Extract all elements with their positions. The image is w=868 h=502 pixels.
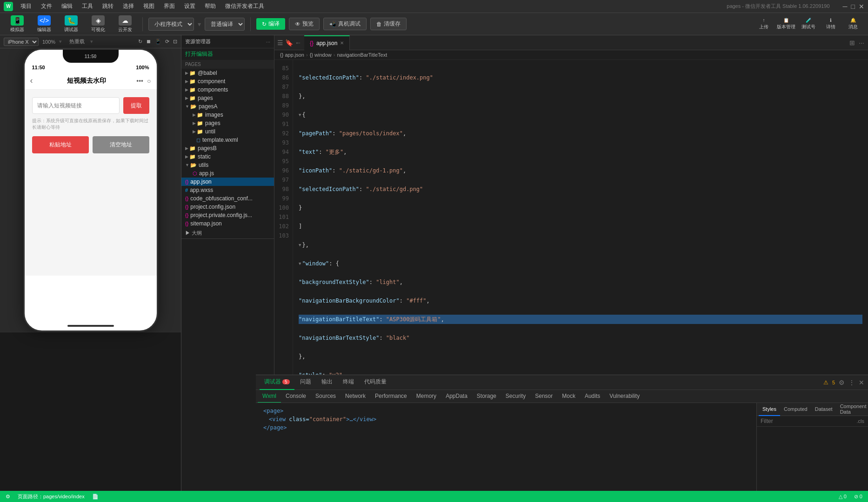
outline-btn[interactable]: ▶ 大纲 bbox=[181, 228, 274, 239]
sim-stop-icon[interactable]: ⏹ bbox=[146, 39, 151, 45]
right-tab-dataset[interactable]: Dataset bbox=[811, 403, 836, 416]
tab-bookmark-icon[interactable]: 🔖 bbox=[285, 39, 293, 46]
editor-btn[interactable]: </> 编辑器 bbox=[33, 13, 56, 35]
devtools-tab-issues[interactable]: 问题 bbox=[295, 375, 316, 390]
mode-select[interactable]: 小程序模式 bbox=[148, 18, 194, 31]
simulator-btn[interactable]: 📱 模拟器 bbox=[6, 13, 29, 35]
real-debug-btn[interactable]: 📲 真机调试 bbox=[323, 18, 367, 30]
compile-btn[interactable]: ↻ 编译 bbox=[256, 18, 285, 30]
tree-folder-pages[interactable]: ▶ 📁 pages bbox=[181, 94, 274, 102]
menu-item-select[interactable]: 选择 bbox=[121, 2, 136, 10]
menu-item-goto[interactable]: 跳转 bbox=[100, 2, 115, 10]
menu-item-file[interactable]: 文件 bbox=[39, 2, 54, 10]
split-icon[interactable]: ⊞ bbox=[849, 39, 855, 46]
paste-btn[interactable]: 粘贴地址 bbox=[32, 136, 89, 153]
subtab-audits[interactable]: Audits bbox=[580, 390, 605, 403]
cloud-btn[interactable]: ☁ 云开发 bbox=[114, 13, 137, 35]
tree-folder-babel[interactable]: ▶ 📁 @babel bbox=[181, 69, 274, 77]
debugger-btn[interactable]: 🐛 调试器 bbox=[60, 13, 83, 35]
devtools-tab-quality[interactable]: 代码质量 bbox=[360, 375, 391, 390]
hotreload-chevron-icon[interactable]: ▾ bbox=[90, 39, 93, 45]
open-folder-item[interactable]: 打开编辑器 bbox=[181, 48, 274, 60]
detail-btn[interactable]: ℹ 详情 bbox=[821, 18, 840, 30]
nav-camera-icon[interactable]: ○ bbox=[147, 77, 151, 85]
nav-more-icon[interactable]: ••• bbox=[136, 77, 143, 85]
subtab-sources[interactable]: Sources bbox=[311, 390, 341, 403]
right-tab-component[interactable]: Component Data bbox=[836, 403, 868, 416]
mode-chevron-icon[interactable]: ▾ bbox=[198, 20, 201, 28]
sim-phone-icon[interactable]: 📱 bbox=[155, 39, 161, 45]
tree-file-sitemap[interactable]: {} sitemap.json bbox=[181, 219, 274, 228]
visualize-btn[interactable]: ◈ 可视化 bbox=[87, 13, 110, 35]
tree-file-template[interactable]: ◻ template.wxml bbox=[181, 136, 274, 144]
window-close[interactable]: ✕ bbox=[859, 3, 864, 10]
tree-more-icon[interactable]: ··· bbox=[266, 39, 270, 45]
window-restore[interactable]: □ bbox=[851, 3, 855, 10]
right-tab-computed[interactable]: Computed bbox=[780, 403, 811, 416]
devtools-tab-debugger[interactable]: 调试器 5 bbox=[260, 375, 294, 390]
message-btn[interactable]: 🔔 消息 bbox=[844, 18, 862, 30]
tree-folder-pages2[interactable]: ▶ 📁 pages bbox=[181, 119, 274, 127]
subtab-appdata[interactable]: AppData bbox=[441, 390, 472, 403]
right-tab-styles[interactable]: Styles bbox=[759, 403, 780, 416]
more-icon[interactable]: ··· bbox=[859, 39, 864, 46]
menu-item-interface[interactable]: 界面 bbox=[162, 2, 177, 10]
filter-input[interactable] bbox=[761, 418, 855, 424]
tree-file-appwxss[interactable]: # app.wxss bbox=[181, 186, 274, 194]
tab-menu-icon[interactable]: ☰ bbox=[277, 39, 283, 46]
menu-item-edit[interactable]: 编辑 bbox=[60, 2, 74, 10]
tab-nav-left-icon[interactable]: ← bbox=[295, 39, 301, 46]
menu-item-tools[interactable]: 工具 bbox=[80, 2, 95, 10]
menu-item-settings[interactable]: 设置 bbox=[182, 2, 197, 10]
menu-item-view[interactable]: 视图 bbox=[141, 2, 156, 10]
tree-folder-utils[interactable]: ▼ 📂 utils bbox=[181, 161, 274, 169]
fold-icon[interactable]: ▼ bbox=[299, 110, 301, 119]
sim-rotate-icon[interactable]: ⟳ bbox=[165, 39, 169, 45]
version-mgmt-btn[interactable]: 📋 版本管理 bbox=[777, 18, 795, 30]
fold-icon[interactable]: ▼ bbox=[299, 259, 301, 268]
tree-file-appjson[interactable]: {} app.json bbox=[181, 178, 274, 186]
tree-folder-static[interactable]: ▶ 📁 static bbox=[181, 152, 274, 161]
tree-folder-images[interactable]: ▶ 📁 images bbox=[181, 111, 274, 119]
subtab-console[interactable]: Console bbox=[281, 390, 311, 403]
dom-view[interactable]: <view class="container">…</view> bbox=[260, 415, 753, 423]
tree-folder-pagesB[interactable]: ▶ 📁 pagesB bbox=[181, 144, 274, 152]
subtab-storage[interactable]: Storage bbox=[472, 390, 501, 403]
sim-expand-icon[interactable]: ⊡ bbox=[173, 39, 177, 45]
test-btn[interactable]: 🧪 测试号 bbox=[799, 18, 818, 30]
device-select[interactable]: iPhone X bbox=[4, 38, 39, 46]
tree-file-projectconfig[interactable]: {} project.config.json bbox=[181, 203, 274, 211]
tab-close-icon[interactable]: ✕ bbox=[340, 40, 344, 46]
video-url-input[interactable] bbox=[32, 97, 120, 114]
tree-file-obfuscation[interactable]: {} code_obfuscation_conf... bbox=[181, 194, 274, 203]
menu-item-project[interactable]: 项目 bbox=[19, 2, 33, 10]
subtab-wxml[interactable]: Wxml bbox=[258, 390, 281, 403]
tree-folder-components[interactable]: ▶ 📁 components bbox=[181, 86, 274, 94]
tab-appjson[interactable]: {} app.json ✕ bbox=[304, 35, 350, 50]
subtab-security[interactable]: Security bbox=[501, 390, 530, 403]
settings-icon[interactable]: ⚙ bbox=[839, 379, 845, 386]
window-minimize[interactable]: ─ bbox=[843, 3, 848, 10]
compile-select[interactable]: 普通编译 bbox=[205, 18, 245, 31]
devtools-tab-output[interactable]: 输出 bbox=[317, 375, 337, 390]
dom-page-close[interactable]: </page> bbox=[260, 423, 753, 432]
subtab-memory[interactable]: Memory bbox=[412, 390, 441, 403]
devtools-tab-terminal[interactable]: 终端 bbox=[338, 375, 359, 390]
clear-btn[interactable]: 清空地址 bbox=[93, 136, 149, 153]
submit-btn[interactable]: 提取 bbox=[123, 97, 149, 114]
dom-page[interactable]: <page> bbox=[260, 407, 753, 415]
upload-btn[interactable]: ↑ 上传 bbox=[754, 18, 773, 30]
tree-folder-pagesA[interactable]: ▼ 📂 pagesA bbox=[181, 102, 274, 111]
scale-chevron-icon[interactable]: ▾ bbox=[59, 39, 62, 45]
page-icon[interactable]: 📄 bbox=[92, 494, 99, 500]
settings-icon[interactable]: ⚙ bbox=[6, 494, 10, 500]
cls-toggle[interactable]: .cls bbox=[857, 418, 865, 424]
preview-btn[interactable]: 👁 预览 bbox=[289, 18, 320, 30]
subtab-sensor[interactable]: Sensor bbox=[530, 390, 557, 403]
sim-refresh-icon[interactable]: ↻ bbox=[138, 39, 142, 45]
subtab-vulnerability[interactable]: Vulnerability bbox=[605, 390, 644, 403]
tree-file-projectprivate[interactable]: {} project.private.config.js... bbox=[181, 211, 274, 219]
fold-icon[interactable]: ▼ bbox=[299, 240, 301, 250]
tree-file-appjs[interactable]: ⬡ app.js bbox=[181, 169, 274, 178]
clear-cache-btn[interactable]: 🗑 清缓存 bbox=[370, 18, 407, 30]
